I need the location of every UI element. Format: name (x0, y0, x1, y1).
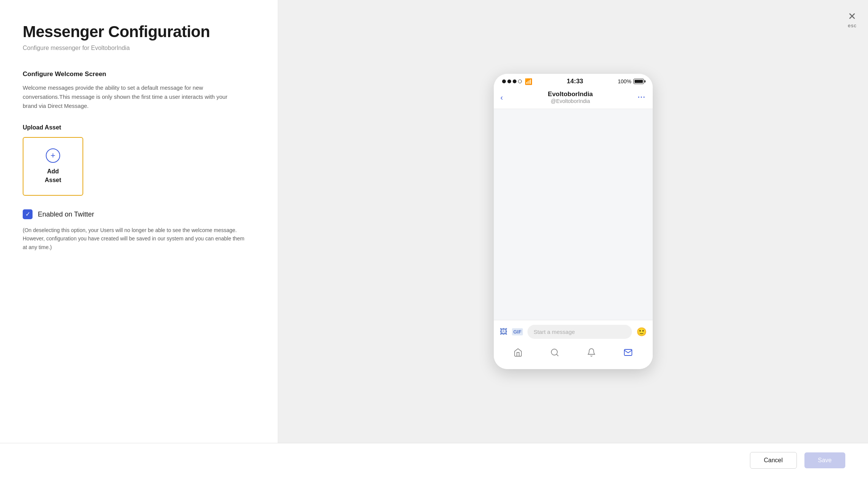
upload-label: Upload Asset (23, 124, 255, 131)
right-panel: 📶 14:33 100% ‹ EvoltoborIndia @Evoltobor… (278, 0, 868, 443)
cancel-button[interactable]: Cancel (750, 452, 797, 469)
signal-area: 📶 (502, 78, 532, 85)
footer: Cancel Save (0, 443, 868, 477)
upload-text: AddAsset (45, 167, 61, 184)
add-icon: + (46, 148, 60, 163)
message-input-area: 🖼 GIF Start a message 🙂 (494, 320, 653, 369)
esc-label: esc (848, 23, 857, 28)
enabled-on-twitter-checkbox[interactable]: ✓ (23, 209, 33, 219)
message-input[interactable]: Start a message (527, 325, 632, 339)
notification-nav-icon[interactable] (587, 348, 596, 359)
signal-dot-1 (502, 80, 506, 83)
signal-dot-2 (507, 80, 511, 83)
battery-fill (635, 80, 643, 83)
search-nav-icon[interactable] (550, 348, 559, 359)
gif-icon[interactable]: GIF (512, 328, 523, 335)
twitter-user-info: EvoltoborIndia @EvoltoborIndia (548, 90, 593, 104)
enabled-on-twitter-label: Enabled on Twitter (38, 210, 94, 218)
enabled-on-twitter-row[interactable]: ✓ Enabled on Twitter (23, 209, 255, 219)
battery-percent: 100% (618, 78, 632, 84)
phone-nav-bar (500, 344, 647, 365)
chat-area (494, 109, 653, 320)
more-options-icon[interactable]: ··· (638, 94, 646, 101)
wifi-icon: 📶 (525, 78, 532, 85)
message-nav-icon[interactable] (624, 348, 633, 359)
checkmark-icon: ✓ (25, 211, 30, 217)
upload-asset-button[interactable]: + AddAsset (23, 137, 83, 196)
left-panel: Messenger Configuration Configure messen… (0, 0, 278, 443)
image-icon[interactable]: 🖼 (500, 327, 507, 336)
signal-dot-3 (513, 80, 516, 83)
page-title: Messenger Configuration (23, 23, 255, 41)
status-time: 14:33 (567, 78, 583, 85)
twitter-header: ‹ EvoltoborIndia @EvoltoborIndia ··· (494, 87, 653, 109)
battery-icon (633, 79, 644, 84)
back-arrow-icon[interactable]: ‹ (501, 93, 503, 102)
phone-status-bar: 📶 14:33 100% (494, 74, 653, 87)
message-input-row: 🖼 GIF Start a message 🙂 (500, 325, 647, 339)
checkbox-note: (On deselecting this option, your Users … (23, 226, 246, 251)
page-subtitle: Configure messenger for EvoltoborIndia (23, 45, 255, 51)
main-container: Messenger Configuration Configure messen… (0, 0, 868, 443)
home-nav-icon[interactable] (513, 348, 523, 359)
signal-dot-4 (518, 80, 522, 83)
emoji-icon[interactable]: 🙂 (636, 327, 647, 337)
twitter-username: EvoltoborIndia (548, 90, 593, 98)
esc-button[interactable]: ✕ esc (848, 11, 857, 28)
svg-line-1 (557, 354, 558, 356)
save-button[interactable]: Save (804, 452, 845, 468)
close-icon: ✕ (848, 11, 856, 21)
phone-mockup: 📶 14:33 100% ‹ EvoltoborIndia @Evoltobor… (494, 74, 653, 369)
section-title: Configure Welcome Screen (23, 70, 255, 78)
section-description: Welcome messages provide the ability to … (23, 83, 242, 111)
battery-area: 100% (618, 78, 644, 84)
twitter-handle: @EvoltoborIndia (548, 98, 593, 104)
